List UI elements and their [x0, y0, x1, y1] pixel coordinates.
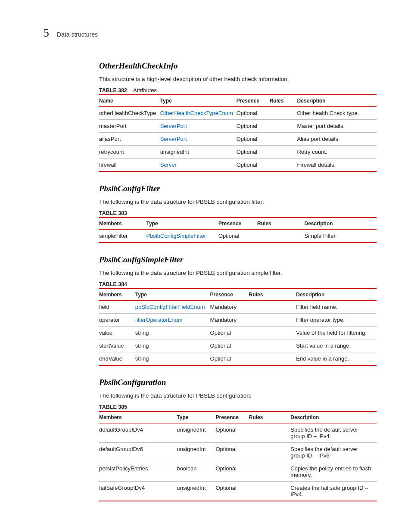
table-label: TABLE 385 [99, 401, 377, 411]
table-cell: operator [99, 314, 135, 327]
table-row: otherHealthCheckTypeOtherHealthCheckType… [99, 107, 377, 120]
table-cell: Optional [237, 159, 270, 172]
table-cell [270, 107, 297, 120]
table-cell: failSafeGroupIDv4 [99, 482, 177, 501]
table-cell: Firewall details. [297, 159, 377, 172]
column-header: Description [296, 289, 377, 301]
data-table: MembersTypePresenceRulesDescriptiondefau… [99, 411, 377, 501]
table-row: simpleFilterPbslbConfigSimpleFilterOptio… [99, 230, 377, 243]
column-header: Rules [257, 218, 304, 230]
type-link[interactable]: ServerPort [160, 136, 187, 142]
column-header: Rules [270, 95, 297, 107]
table-cell: Mandatory [210, 314, 249, 327]
column-header: Presence [215, 411, 249, 423]
column-header: Members [99, 289, 135, 301]
column-header: Presence [237, 95, 270, 107]
section-intro: This structure is a high-level descripti… [99, 76, 377, 82]
table-cell: Optional [215, 462, 249, 482]
table-cell [249, 443, 291, 462]
column-header: Description [297, 95, 377, 107]
table-cell: Other health Check type. [297, 107, 377, 120]
chapter-number: 5 [43, 26, 49, 40]
table-cell: string [135, 339, 210, 352]
column-header: Members [99, 218, 146, 230]
table-cell: Filter field name. [296, 301, 377, 314]
column-header: Members [99, 411, 177, 423]
column-header: Presence [218, 218, 257, 230]
table-row: defaultGroupIDv4unsignedIntOptionalSpeci… [99, 423, 377, 443]
table-label: TABLE 382Attributes [99, 85, 377, 94]
table-cell: Filter operator type. [296, 314, 377, 327]
table-cell: persistPolicyEntries [99, 462, 177, 482]
table-row: valuestringOptionalValue of the field fo… [99, 327, 377, 339]
table-cell [249, 482, 291, 501]
table-row: firewallServerOptionalFirewall details. [99, 159, 377, 172]
table-cell: Optional [210, 327, 249, 339]
table-cell: string [135, 352, 210, 366]
table-cell: filterOperatorEnum [135, 314, 210, 327]
table-cell: Mandatory [210, 301, 249, 314]
type-link[interactable]: pbSlbConfigFilterFieldEnum [135, 304, 205, 310]
table-number: TABLE 384 [99, 281, 127, 287]
table-row: aliasPortServerPortOptionalAlias port de… [99, 133, 377, 146]
table-number: TABLE 385 [99, 404, 127, 410]
table-row: operatorfilterOperatorEnumMandatoryFilte… [99, 314, 377, 327]
table-label: TABLE 383 [99, 208, 377, 217]
type-link[interactable]: OtherHealthCheckTypeEnum [160, 110, 233, 116]
type-link[interactable]: PbslbConfigSimpleFilter [146, 233, 206, 239]
table-label: TABLE 384 [99, 279, 377, 288]
table-row: defaultGroupIDv6unsignedIntOptionalSpeci… [99, 443, 377, 462]
data-table: MembersTypePresenceRulesDescriptionsimpl… [99, 217, 377, 243]
column-header: Type [146, 218, 218, 230]
table-cell: string [135, 327, 210, 339]
section-intro: The following is the data structure for … [99, 270, 377, 276]
table-cell: Optional [237, 120, 270, 133]
table-cell: Specifies the default server group ID – … [290, 443, 377, 462]
page-header: 5 Data structures [43, 26, 377, 40]
table-cell [249, 352, 296, 366]
table-row: retrycountunsignedIntOptionalRetry count… [99, 146, 377, 159]
table-cell: simpleFilter [99, 230, 146, 243]
column-header: Type [160, 95, 237, 107]
table-cell: Retry count. [297, 146, 377, 159]
table-cell: unsignedInt [177, 423, 215, 443]
table-cell: PbslbConfigSimpleFilter [146, 230, 218, 243]
column-header: Presence [210, 289, 249, 301]
table-cell: Start value in a range. [296, 339, 377, 352]
table-cell: Copies the policy entries to flash memor… [290, 462, 377, 482]
table-cell: masterPort [99, 120, 160, 133]
type-link[interactable]: ServerPort [160, 123, 187, 129]
table-cell: Alias port details. [297, 133, 377, 146]
table-row: startValuestringOptionalStart value in a… [99, 339, 377, 352]
column-header: Rules [249, 411, 291, 423]
table-cell: Creates the fail safe group ID – IPv4. [290, 482, 377, 501]
column-header: Description [290, 411, 377, 423]
table-cell: Specifies the default server group ID – … [290, 423, 377, 443]
table-cell: Optional [210, 352, 249, 366]
table-cell [249, 339, 296, 352]
table-cell: aliasPort [99, 133, 160, 146]
section-title: PbslbConfiguration [99, 378, 377, 387]
type-link[interactable]: Server [160, 162, 177, 168]
type-link[interactable]: filterOperatorEnum [135, 317, 183, 323]
table-cell: Master port details. [297, 120, 377, 133]
table-number: TABLE 382 [99, 87, 127, 93]
table-row: persistPolicyEntriesbooleanOptionalCopie… [99, 462, 377, 482]
chapter-title: Data structures [57, 31, 98, 38]
table-cell: Optional [237, 146, 270, 159]
table-cell: retrycount [99, 146, 160, 159]
table-cell: defaultGroupIDv6 [99, 443, 177, 462]
section-intro: The following is the data structure for … [99, 199, 377, 205]
table-cell [270, 146, 297, 159]
table-cell: ServerPort [160, 133, 237, 146]
column-header: Name [99, 95, 160, 107]
section-title: PbslbConfigSimpleFilter [99, 255, 377, 264]
table-cell: Optional [215, 482, 249, 501]
table-cell [249, 314, 296, 327]
table-cell [249, 301, 296, 314]
table-cell: endValue [99, 352, 135, 366]
table-row: endValuestringOptionalEnd value in a ran… [99, 352, 377, 366]
table-cell: Optional [218, 230, 257, 243]
table-cell: unsignedInt [177, 482, 215, 501]
section-intro: The following is the data structure for … [99, 392, 377, 399]
